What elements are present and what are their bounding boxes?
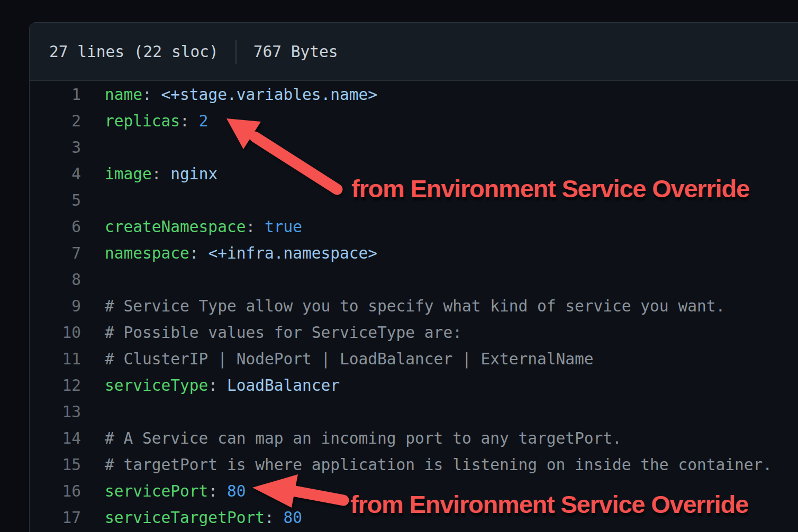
- line-number[interactable]: 13: [30, 399, 81, 425]
- code-line: 13: [30, 399, 798, 425]
- token-key: name: [105, 86, 142, 104]
- token-num: true: [265, 218, 302, 236]
- token-num: 2: [199, 112, 208, 130]
- token-comment: # Possible values for ServiceType are:: [105, 324, 462, 342]
- token-key: serviceType: [105, 377, 208, 395]
- code-line-content: # A Service can map an incoming port to …: [105, 425, 622, 452]
- code-line-content: # targetPort is where application is lis…: [105, 452, 772, 478]
- code-line: 8: [30, 267, 798, 293]
- code-line: 9# Service Type allow you to specify wha…: [30, 293, 798, 319]
- token-punct: :: [246, 218, 265, 236]
- token-key: replicas: [105, 112, 180, 130]
- code-line: 12serviceType: LoadBalancer: [30, 372, 798, 399]
- line-number[interactable]: 16: [30, 478, 81, 505]
- line-number[interactable]: 12: [30, 372, 81, 399]
- code-line-content: createNamespace: true: [105, 214, 302, 240]
- line-number[interactable]: 2: [30, 108, 81, 134]
- code-line-content: serviceTargetPort: 80: [105, 505, 302, 531]
- token-str: <+infra.namespace>: [208, 244, 377, 262]
- line-number[interactable]: 6: [30, 214, 81, 240]
- token-punct: :: [189, 244, 208, 262]
- code-line-content: namespace: <+infra.namespace>: [105, 240, 377, 267]
- file-info-bar: 27 lines (22 sloc) 767 Bytes: [30, 23, 798, 81]
- code-line: 3: [30, 134, 798, 161]
- file-size: 767 Bytes: [253, 43, 338, 61]
- line-number[interactable]: 1: [30, 81, 81, 108]
- token-num: 80: [283, 509, 302, 527]
- line-number[interactable]: 9: [30, 293, 81, 319]
- line-number[interactable]: 5: [30, 187, 81, 214]
- header-divider: [235, 40, 237, 64]
- token-str: <+stage.variables.name>: [161, 86, 378, 104]
- code-line: 2replicas: 2: [30, 108, 798, 134]
- line-number[interactable]: 3: [30, 134, 81, 161]
- line-number[interactable]: 8: [30, 267, 81, 293]
- line-number[interactable]: 17: [30, 505, 81, 531]
- line-number[interactable]: 11: [30, 346, 81, 372]
- code-line: 6createNamespace: true: [30, 214, 798, 240]
- token-punct: :: [208, 377, 227, 395]
- line-number[interactable]: 10: [30, 319, 81, 346]
- annotation-text-replicas: from Environment Service Override: [351, 174, 749, 203]
- code-line: 1name: <+stage.variables.name>: [30, 81, 798, 108]
- token-comment: # A Service can map an incoming port to …: [105, 429, 622, 447]
- token-punct: :: [265, 509, 284, 527]
- code-line-content: servicePort: 80: [105, 478, 246, 505]
- code-viewer: 1name: <+stage.variables.name>2replicas:…: [30, 81, 798, 531]
- token-key: servicePort: [105, 482, 208, 500]
- code-line-content: image: nginx: [105, 161, 217, 187]
- file-viewer-card: 27 lines (22 sloc) 767 Bytes 1name: <+st…: [29, 22, 798, 532]
- token-punct: :: [142, 86, 161, 104]
- line-number[interactable]: 14: [30, 425, 81, 452]
- token-str: LoadBalancer: [227, 377, 340, 395]
- code-line-content: # Possible values for ServiceType are:: [105, 319, 462, 346]
- token-punct: :: [152, 165, 171, 183]
- code-line-content: replicas: 2: [105, 108, 208, 134]
- line-number[interactable]: 4: [30, 161, 81, 187]
- code-line-content: name: <+stage.variables.name>: [105, 81, 377, 108]
- token-str: nginx: [170, 165, 217, 183]
- file-lines-count: 27 lines (22 sloc): [49, 43, 219, 61]
- token-key: namespace: [105, 244, 189, 262]
- code-line-content: serviceType: LoadBalancer: [105, 372, 340, 399]
- token-punct: :: [180, 112, 199, 130]
- token-key: image: [105, 165, 152, 183]
- token-comment: # targetPort is where application is lis…: [105, 456, 772, 474]
- code-line: 10# Possible values for ServiceType are:: [30, 319, 798, 346]
- code-line: 11# ClusterIP | NodePort | LoadBalancer …: [30, 346, 798, 372]
- token-num: 80: [227, 482, 246, 500]
- code-line: 7namespace: <+infra.namespace>: [30, 240, 798, 267]
- line-number[interactable]: 7: [30, 240, 81, 267]
- token-key: serviceTargetPort: [105, 509, 265, 527]
- annotation-text-serviceport: from Environment Service Override: [350, 490, 748, 519]
- token-comment: # Service Type allow you to specify what…: [105, 297, 725, 315]
- token-punct: :: [208, 482, 227, 500]
- token-key: createNamespace: [105, 218, 246, 236]
- line-number[interactable]: 15: [30, 452, 81, 478]
- code-line: 15# targetPort is where application is l…: [30, 452, 798, 478]
- code-line: 14# A Service can map an incoming port t…: [30, 425, 798, 452]
- code-line-content: # Service Type allow you to specify what…: [105, 293, 725, 319]
- code-line-content: # ClusterIP | NodePort | LoadBalancer | …: [105, 346, 594, 372]
- token-comment: # ClusterIP | NodePort | LoadBalancer | …: [105, 350, 594, 368]
